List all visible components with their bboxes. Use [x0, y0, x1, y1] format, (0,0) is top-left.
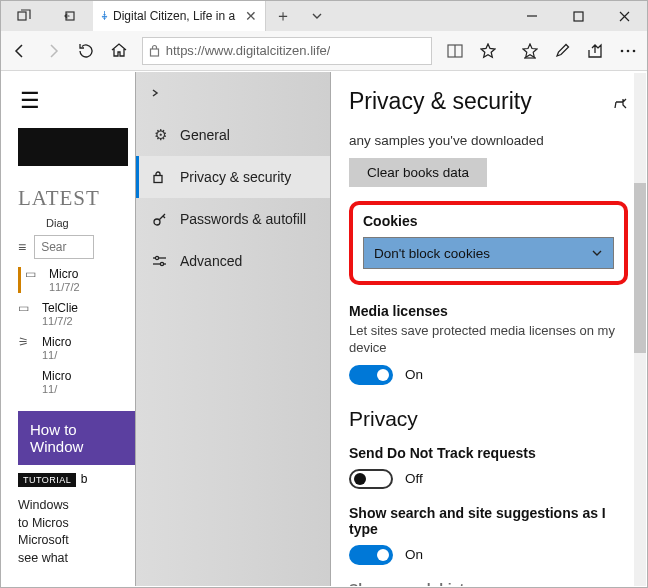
back-button[interactable]	[5, 34, 36, 68]
tab-actions-button[interactable]	[300, 1, 334, 31]
pin-button[interactable]	[614, 95, 628, 109]
sidebar-item-passwords[interactable]: Passwords & autofill	[136, 198, 330, 240]
sidebar-item-general[interactable]: ⚙ General	[136, 114, 330, 156]
window-minimize-button[interactable]	[509, 1, 555, 31]
sidebar-item-label: Advanced	[180, 253, 242, 269]
reading-view-button[interactable]	[440, 34, 471, 68]
item-icon: ⚞	[18, 335, 34, 349]
more-button[interactable]	[612, 34, 643, 68]
cookies-label: Cookies	[363, 213, 614, 229]
url-text: https://www.digitalcitizen.life/	[166, 43, 331, 58]
lock-icon	[149, 44, 160, 57]
history-label: Show search history	[349, 581, 628, 586]
settings-sidebar: ⚙ General Privacy & security Passwords &…	[135, 72, 331, 586]
svg-point-11	[632, 49, 635, 52]
scrollbar-thumb[interactable]	[634, 183, 646, 353]
cookies-value: Don't block cookies	[374, 246, 490, 261]
downloaded-text: any samples you've downloaded	[349, 133, 628, 148]
home-button[interactable]	[103, 34, 134, 68]
favicon-icon: ⸸	[101, 9, 107, 23]
settings-panel: Privacy & security any samples you've do…	[331, 72, 646, 586]
favorite-star-button[interactable]	[472, 34, 503, 68]
forward-button[interactable]	[38, 34, 69, 68]
svg-rect-3	[574, 12, 583, 21]
share-button[interactable]	[580, 34, 611, 68]
suggestions-label: Show search and site suggestions as I ty…	[349, 505, 628, 537]
browser-tab[interactable]: ⸸ Digital Citizen, Life in a ✕	[93, 1, 266, 31]
svg-point-15	[155, 256, 158, 259]
address-bar[interactable]: https://www.digitalcitizen.life/	[142, 37, 432, 65]
tutorial-badge: TUTORIAL	[18, 473, 76, 487]
dnt-toggle[interactable]	[349, 469, 393, 489]
chevron-down-icon	[591, 247, 603, 259]
browser-toolbar: https://www.digitalcitizen.life/	[1, 31, 647, 71]
site-banner	[18, 128, 128, 166]
sidebar-item-privacy[interactable]: Privacy & security	[136, 156, 330, 198]
article-intro: Windows to Micros Microsoft see what	[18, 497, 138, 567]
sidebar-item-label: Passwords & autofill	[180, 211, 306, 227]
list-menu-icon[interactable]: ≡	[18, 239, 26, 255]
set-aside-tabs-button[interactable]	[47, 1, 93, 31]
svg-rect-4	[150, 49, 158, 56]
svg-point-17	[160, 262, 163, 265]
dnt-label: Send Do Not Track requests	[349, 445, 628, 461]
toggle-state-label: On	[405, 547, 423, 562]
sidebar-item-advanced[interactable]: Advanced	[136, 240, 330, 282]
toggle-state-label: On	[405, 367, 423, 382]
item-icon: ▭	[25, 267, 41, 281]
sidebar-back-button[interactable]	[136, 72, 330, 114]
notes-button[interactable]	[547, 34, 578, 68]
settings-flyout: ⚙ General Privacy & security Passwords &…	[135, 72, 646, 586]
media-licenses-toggle[interactable]	[349, 365, 393, 385]
svg-point-13	[154, 219, 160, 225]
media-licenses-desc: Let sites save protected media licenses …	[349, 323, 628, 357]
sliders-icon	[152, 255, 168, 268]
tab-title: Digital Citizen, Life in a	[113, 9, 235, 23]
svg-point-9	[620, 49, 623, 52]
toggle-state-label: Off	[405, 471, 423, 486]
svg-rect-0	[18, 12, 26, 20]
media-licenses-label: Media licenses	[349, 303, 628, 319]
window-titlebar: ⸸ Digital Citizen, Life in a ✕ ＋	[1, 1, 647, 31]
panel-title: Privacy & security	[349, 88, 532, 115]
new-tab-button[interactable]: ＋	[266, 1, 300, 31]
refresh-button[interactable]	[70, 34, 101, 68]
close-tab-icon[interactable]: ✕	[245, 8, 257, 24]
window-maximize-button[interactable]	[555, 1, 601, 31]
svg-rect-12	[154, 176, 162, 183]
item-icon: ▭	[18, 301, 34, 315]
favorites-list-button[interactable]	[514, 34, 545, 68]
window-close-button[interactable]	[601, 1, 647, 31]
lock-icon	[152, 170, 168, 184]
privacy-heading: Privacy	[349, 407, 628, 431]
sidebar-item-label: Privacy & security	[180, 169, 291, 185]
svg-point-10	[626, 49, 629, 52]
cookies-highlight: Cookies Don't block cookies	[349, 201, 628, 285]
sidebar-item-label: General	[180, 127, 230, 143]
cookies-dropdown[interactable]: Don't block cookies	[363, 237, 614, 269]
suggestions-toggle[interactable]	[349, 545, 393, 565]
site-search-input[interactable]	[34, 235, 94, 259]
scrollbar-track[interactable]	[634, 73, 646, 586]
gear-icon: ⚙	[152, 126, 168, 144]
howto-card[interactable]: How to Window	[18, 411, 138, 465]
recent-tabs-button[interactable]	[1, 1, 47, 31]
key-icon	[152, 212, 168, 227]
clear-books-button[interactable]: Clear books data	[349, 158, 487, 187]
